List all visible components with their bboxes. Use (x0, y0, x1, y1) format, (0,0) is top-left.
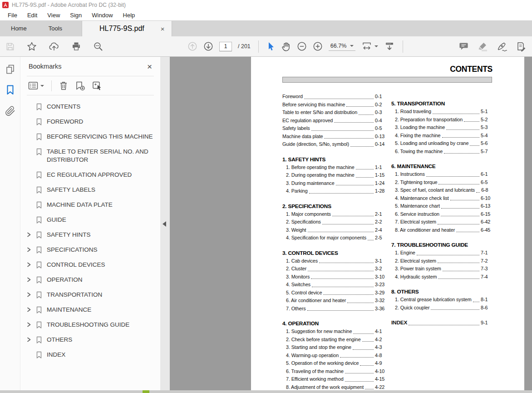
toc-entry: 8. Air conditioner and heater6-45 (391, 226, 493, 234)
bookmark-item[interactable]: EC REGULATION APPROVED (20, 168, 160, 183)
menu-item[interactable]: View (42, 12, 65, 19)
toc-entry: 4. Fixing the machine5-4 (391, 132, 493, 140)
bookmark-item[interactable]: INDEX (20, 348, 160, 363)
bookmark-label: TABLE TO ENTER SERIAL NO. AND DISTRIBUTO… (47, 148, 156, 164)
dot-leader (368, 240, 374, 240)
bookmark-item[interactable]: SPECIFICATIONS (20, 243, 160, 258)
print-icon[interactable] (71, 41, 81, 51)
bookmark-label: SAFETY LABELS (47, 186, 95, 194)
sign-icon[interactable] (496, 41, 507, 52)
bookmark-icon (36, 186, 47, 194)
page-title: CONTENTS (450, 65, 493, 74)
share-cloud-icon[interactable] (49, 41, 59, 51)
tab-tools[interactable]: Tools (38, 21, 73, 36)
tab-document[interactable]: HL775-9S.pdf × (82, 21, 172, 36)
collapse-panel-icon[interactable] (163, 221, 166, 227)
bookmark-item[interactable]: BEFORE SERVICING THIS MACHINE (20, 129, 160, 144)
bookmark-item[interactable]: CONTENTS (20, 99, 160, 114)
toc-entry: 6. Air conditioner and heater3-32 (282, 297, 387, 305)
taskbar-icon-fragment (143, 390, 149, 393)
toc-front-matter: Foreword0-1 Before servicing this machin… (282, 93, 387, 149)
dot-leader (308, 232, 374, 232)
menu-item[interactable]: Edit (22, 12, 42, 19)
expand-bookmark-icon[interactable] (92, 81, 103, 91)
chevron-right-icon[interactable] (26, 291, 36, 299)
bookmark-label: BEFORE SERVICING THIS MACHINE (47, 133, 153, 141)
bookmark-item[interactable]: OTHERS (20, 333, 160, 348)
tab-close-icon[interactable]: × (161, 25, 165, 32)
page-number-input[interactable]: 1 (219, 42, 232, 51)
menu-item[interactable]: File (3, 12, 22, 19)
dot-leader (446, 129, 479, 130)
menu-item[interactable]: Help (118, 12, 140, 19)
bookmark-item[interactable]: FOREWORD (20, 114, 160, 129)
save-icon[interactable] (5, 42, 15, 51)
bookmark-options-icon[interactable] (28, 81, 44, 90)
bookmark-item[interactable]: MACHINE DATA PLATE (20, 198, 160, 213)
chevron-right-icon[interactable] (26, 321, 36, 329)
new-bookmark-icon[interactable] (75, 81, 85, 91)
delete-bookmark-icon[interactable] (59, 81, 68, 90)
bookmark-item[interactable]: TABLE TO ENTER SERIAL NO. AND DISTRIBUTO… (20, 144, 160, 168)
chevron-right-icon[interactable] (26, 336, 36, 344)
dot-leader (431, 309, 479, 310)
dot-leader (309, 193, 374, 194)
highlight-icon[interactable] (477, 41, 488, 52)
zoom-out-icon[interactable] (297, 41, 307, 51)
zoom-level-control[interactable]: 66.7% (329, 42, 355, 51)
zoom-level: 66.7% (330, 43, 346, 49)
dot-leader (323, 294, 374, 295)
attachments-icon[interactable] (0, 100, 20, 121)
toc-entry: 3. Spec of fuel, coolant and lubricants6… (391, 186, 493, 194)
bookmark-item[interactable]: TROUBLESHOOTING GUIDE (20, 318, 160, 333)
menu-item[interactable]: Window (87, 12, 118, 19)
bookmark-item[interactable]: TRANSPORTATION (20, 288, 160, 303)
bookmarks-panel-icon[interactable] (0, 80, 20, 100)
tabbar: Home Tools HL775-9S.pdf × (0, 20, 532, 36)
chevron-right-icon[interactable] (26, 231, 36, 239)
bookmark-item[interactable]: OPERATION (20, 273, 160, 288)
chevron-right-icon[interactable] (26, 246, 36, 254)
hand-tool-icon[interactable] (281, 41, 291, 52)
toc-entry: 7. Others3-36 (282, 305, 387, 313)
page-fit-icon[interactable] (361, 41, 378, 52)
dot-leader (319, 263, 374, 263)
bookmark-item[interactable]: GUIDE (20, 213, 160, 228)
zoom-in-icon[interactable] (313, 41, 323, 51)
taskbar-sliver (0, 390, 532, 393)
comment-icon[interactable] (458, 41, 469, 51)
bookmark-icon (36, 276, 47, 284)
bookmark-label: TRANSPORTATION (47, 291, 102, 299)
toc-section: 5. TRANSPORTATION 1. Road traveling5-1 (391, 100, 493, 155)
document-viewport[interactable]: CONTENTS Foreword0-1 Before servicing th… (170, 57, 532, 390)
fill-and-sign-icon[interactable] (516, 41, 527, 52)
page-down-icon[interactable] (203, 41, 213, 51)
chevron-right-icon[interactable] (26, 306, 36, 314)
page-up-icon[interactable] (187, 41, 197, 51)
select-tool-icon[interactable] (266, 41, 275, 51)
star-icon[interactable] (27, 41, 37, 51)
search-icon[interactable] (93, 41, 103, 51)
close-icon[interactable]: × (147, 62, 152, 71)
dot-leader (347, 303, 374, 303)
toc-section: 2. SPECIFICATIONS 1. Major components2-1 (282, 203, 387, 242)
menu-item[interactable]: Sign (65, 12, 87, 19)
dot-leader (473, 302, 479, 302)
bookmark-item[interactable]: SAFETY HINTS (20, 228, 160, 243)
hide-toolbar-icon[interactable] (384, 41, 395, 52)
chevron-right-icon[interactable] (26, 276, 36, 284)
dot-leader (346, 106, 374, 107)
bookmark-label: SPECIFICATIONS (47, 246, 98, 254)
toolbar: 1 / 201 66.7% (0, 36, 532, 57)
bookmark-icon (36, 306, 47, 314)
bookmark-item[interactable]: SAFETY LABELS (20, 183, 160, 198)
page-thumbnails-icon[interactable] (0, 59, 20, 80)
dot-leader (353, 333, 374, 334)
toc-entry: 6. Towing the machine5-7 (391, 148, 493, 156)
chevron-right-icon[interactable] (26, 261, 36, 269)
bookmark-item[interactable]: MAINTENANCE (20, 303, 160, 318)
toc-entry: 5. Maintenance chart6-13 (391, 202, 493, 210)
bookmark-item[interactable]: CONTROL DEVICES (20, 258, 160, 273)
bookmark-label: CONTENTS (47, 103, 80, 111)
tab-home[interactable]: Home (0, 21, 38, 36)
